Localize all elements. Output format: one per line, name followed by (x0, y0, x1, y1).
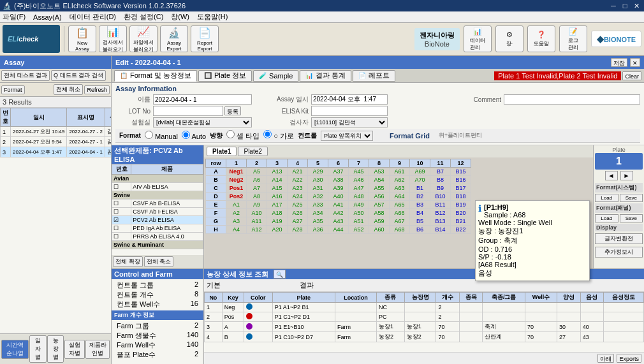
plate-cell[interactable]: A37 (328, 168, 349, 176)
plate-cell[interactable]: B5 (410, 217, 430, 226)
farm-export-btn[interactable]: Exports (617, 354, 641, 363)
menu-assay[interactable]: Assay(A) (33, 13, 62, 21)
plate-cell[interactable]: B6 (410, 226, 430, 234)
lot-input[interactable] (153, 106, 223, 116)
plate-cell[interactable]: B9 (430, 184, 451, 193)
plate-prev-btn[interactable]: ◄ (605, 171, 618, 180)
settings-button[interactable]: ⚙ 장· (495, 25, 523, 52)
filter-results-btn[interactable]: Q 데드트 결과 검색 (51, 70, 106, 81)
assay-list-item[interactable]: 1 2022-04-27 오전 10:49 2022-04-27 - 2 김민석 (1, 127, 112, 137)
plate-cell[interactable]: B21 (451, 217, 471, 226)
clear-btn[interactable]: Clear (622, 71, 641, 80)
manual-radio[interactable] (145, 131, 153, 139)
format-save-btn[interactable]: Save (620, 194, 643, 202)
plate-cell[interactable]: Neg1 (226, 168, 247, 176)
plate-cell[interactable]: A64 (390, 193, 410, 201)
cell-type-label[interactable]: 셀 타입 (226, 130, 260, 141)
plate1-tab[interactable]: Plate1 (207, 147, 237, 156)
plate-cell[interactable]: A20 (267, 226, 288, 234)
plate-cell[interactable]: A70 (410, 176, 430, 184)
plate-cell[interactable]: A28 (288, 226, 308, 234)
plate-cell[interactable]: A63 (390, 184, 410, 193)
plate-cell[interactable]: A45 (349, 168, 369, 176)
menu-window[interactable]: 창(W) (171, 12, 189, 22)
plate-cell[interactable]: A9 (247, 201, 267, 209)
plate-cell[interactable]: A29 (308, 168, 328, 176)
plate-next-btn[interactable]: ► (620, 171, 633, 180)
plate-cell[interactable]: B3 (410, 201, 430, 209)
plate-cell[interactable]: A69 (410, 168, 430, 176)
plate-cell[interactable]: Pos2 (226, 193, 247, 201)
plate-cell[interactable]: A33 (308, 201, 328, 209)
plate-cell[interactable]: A36 (308, 226, 328, 234)
plate-cell[interactable]: A16 (267, 193, 288, 201)
plate-cell[interactable]: A39 (328, 184, 349, 193)
plate-cell[interactable]: Neg2 (226, 176, 247, 184)
auto-radio[interactable] (182, 131, 190, 139)
plate-cell[interactable]: A41 (328, 201, 349, 209)
plate-cell[interactable]: A26 (288, 209, 308, 217)
plate-cell[interactable]: A53 (369, 168, 390, 176)
plate-cell[interactable]: B2 (410, 193, 430, 201)
plate-cell[interactable]: B4 (410, 209, 430, 217)
menu-data[interactable]: 데이터 관리(D) (70, 12, 116, 22)
plate-cell[interactable]: A22 (288, 176, 308, 184)
plate-cell[interactable]: B18 (451, 193, 471, 201)
plate-cell[interactable]: Pos1 (226, 184, 247, 193)
import-file-button[interactable]: 📈 파일에서불러오기 (129, 25, 157, 52)
column-radio-label[interactable]: ○ 가로 (263, 130, 294, 141)
plate-cell[interactable]: A13 (267, 168, 288, 176)
plate-cell[interactable]: A2 (226, 209, 247, 217)
lab-select[interactable]: [dvilab] 대본준설험실 (153, 117, 252, 127)
plate-cell[interactable]: A34 (308, 209, 328, 217)
tab-plate-info[interactable]: 🔲 Plate 정보 (198, 70, 252, 82)
plate-cell[interactable]: A1 (226, 201, 247, 209)
format-panel-save-btn[interactable]: Save (620, 214, 643, 222)
plate-cell[interactable]: A19 (267, 217, 288, 226)
control-select[interactable]: Plate 앞쪽위치 (321, 131, 373, 141)
plate-cell[interactable]: B17 (451, 184, 471, 193)
plate-cell[interactable]: B12 (430, 209, 451, 217)
format-panel-load-btn[interactable]: Load (595, 214, 618, 222)
lot-register-btn[interactable]: 등록 (224, 106, 241, 115)
format-btn[interactable]: Format (1, 85, 25, 94)
plate-cell[interactable]: A50 (349, 209, 369, 217)
plate-cell[interactable]: A12 (247, 226, 267, 234)
plate-cell[interactable]: A68 (390, 226, 410, 234)
plate-cell[interactable]: A32 (308, 193, 328, 201)
plate-cell[interactable]: A23 (288, 184, 308, 193)
plate-cell[interactable]: A27 (288, 217, 308, 226)
elisakit-input[interactable] (311, 106, 388, 116)
plate-cell[interactable]: B7 (430, 168, 451, 176)
assay-export-button[interactable]: 🔬 AssayExport (160, 25, 188, 52)
plate-cell[interactable]: A66 (390, 209, 410, 217)
plate-cell[interactable]: B11 (430, 201, 451, 209)
plate-cell[interactable]: A31 (308, 184, 328, 193)
plate-cell[interactable]: B16 (451, 176, 471, 184)
plate-cell[interactable]: A58 (369, 209, 390, 217)
nav-examiner-btn[interactable]: 실험자별 (64, 340, 85, 359)
farm-row[interactable]: 3 A P1 E1~B10 Farm 농장1 농장1 70 축계 70 30 4… (205, 322, 644, 332)
plate-cell[interactable]: A59 (369, 217, 390, 226)
assay-date-input[interactable] (311, 94, 388, 105)
plate-cell[interactable]: A43 (328, 217, 349, 226)
plate-cell[interactable]: A14 (267, 176, 288, 184)
product-item[interactable]: ☐PED IgA Ab ELISA (112, 224, 203, 233)
char-convert-btn[interactable]: 글자변환전 (595, 233, 643, 244)
plate-cell[interactable]: B14 (430, 226, 451, 234)
plate-cell[interactable]: A52 (349, 226, 369, 234)
farm-row[interactable]: 1 Neg P1 A1~P2 B1 NC 2 (205, 303, 644, 312)
auto-radio-label[interactable]: Auto (182, 131, 206, 140)
all-cancel-btn[interactable]: 전체 취소 (54, 84, 84, 95)
plate-cell[interactable]: A15 (267, 184, 288, 193)
window-controls[interactable]: ─ □ ✕ (608, 2, 641, 10)
plate-cell[interactable]: A55 (369, 184, 390, 193)
plate-cell[interactable]: A46 (349, 176, 369, 184)
farm-query-btn[interactable]: 🔍 (274, 270, 286, 279)
plate-cell[interactable]: A67 (390, 217, 410, 226)
farm-row[interactable]: 2 Pos P1 C1~P2 D1 PC 2 (205, 312, 644, 322)
refresh-btn[interactable]: Refresh (84, 85, 110, 94)
plate-cell[interactable]: A3 (226, 217, 247, 226)
plate-cell[interactable]: B8 (430, 176, 451, 184)
close-btn[interactable]: ✕ (631, 2, 641, 10)
